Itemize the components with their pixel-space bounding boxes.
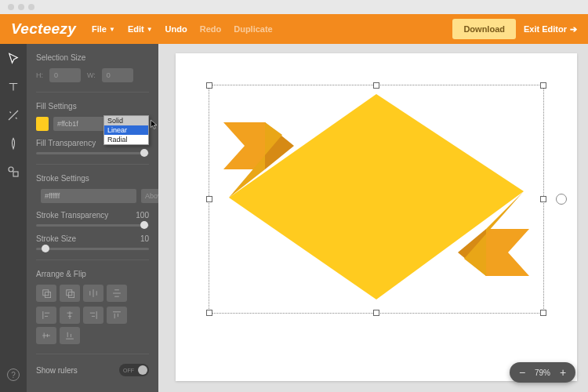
fill-transparency-label: Fill Transparency [36,139,96,147]
arrange-label: Arrange & Flip [36,270,149,278]
selection-size-label: Selection Size [36,53,149,62]
help-icon[interactable]: ? [7,368,20,381]
toggle-state: OFF [119,368,134,373]
sel-handle-tr[interactable] [540,82,546,89]
arrange-section: Arrange & Flip [36,270,149,354]
chrome-close[interactable] [8,4,14,10]
download-button[interactable]: Download [452,19,516,39]
menu-file-label: File [92,24,107,34]
w-label: W: [87,71,96,79]
chevron-down-icon: ▼ [147,26,153,33]
align-top-button[interactable] [107,307,127,324]
fill-type-dropdown[interactable]: Solid Linear Radial [103,115,149,145]
cursor-icon [149,119,158,130]
stroke-transparency-value: 100 [136,211,149,220]
stroke-size-label: Stroke Size [36,234,76,243]
stroke-hex-input[interactable] [41,189,136,203]
svg-rect-1 [13,172,18,176]
width-input[interactable] [102,68,133,82]
rotate-handle[interactable] [556,194,567,205]
sel-handle-mr[interactable] [540,196,546,202]
sel-handle-tl[interactable] [206,82,212,89]
stroke-transparency-slider[interactable] [36,224,149,227]
flip-vertical-button[interactable] [107,285,127,302]
align-right-button[interactable] [83,307,103,324]
chevron-down-icon: ▼ [109,26,115,33]
menu-duplicate[interactable]: Duplicate [234,24,273,34]
zoom-control: − 79% + [510,362,575,383]
zoom-in-button[interactable]: + [557,366,569,379]
stroke-size-slider[interactable] [36,248,149,250]
toggle-knob [138,365,147,375]
align-left-button[interactable] [36,307,56,324]
wand-tool-icon[interactable] [6,108,20,122]
selection-box[interactable] [209,85,544,314]
svg-rect-5 [67,290,72,296]
text-tool-icon[interactable] [6,80,20,94]
stroke-settings-label: Stroke Settings [36,174,149,183]
window-chrome [0,0,588,14]
svg-point-0 [9,167,13,172]
fill-type-solid[interactable]: Solid [104,116,148,125]
menu-edit-label: Edit [128,24,144,34]
fill-type-linear[interactable]: Linear [104,125,148,135]
send-back-button[interactable] [60,285,80,302]
svg-rect-2 [43,290,49,296]
show-rulers-label: Show rulers [36,366,78,375]
chrome-max[interactable] [28,4,34,10]
fill-transparency-slider[interactable] [36,152,149,154]
align-center-button[interactable] [60,307,80,324]
exit-editor-button[interactable]: Exit Editor➔ [524,24,577,34]
topbar: Vecteezy File▼ Edit▼ Undo Redo Duplicate… [0,14,588,44]
menu-undo[interactable]: Undo [165,24,187,34]
svg-rect-4 [69,292,74,298]
tool-rail: ? [0,44,27,392]
zoom-value: 79% [535,368,550,377]
fill-color-swatch[interactable] [36,117,49,131]
align-middle-button[interactable] [36,327,56,344]
rulers-row: Show rulers OFF [36,364,149,376]
fill-settings-section: Fill Settings Solid Linear Radial Fill T… [36,102,149,165]
sel-handle-br[interactable] [540,310,546,316]
pen-tool-icon[interactable] [6,136,20,151]
stroke-position-select[interactable]: Above▼ [141,189,158,203]
fill-type-radial[interactable]: Radial [104,135,148,144]
stroke-size-value: 10 [140,234,149,243]
sel-handle-tc[interactable] [373,82,379,89]
sel-handle-ml[interactable] [206,196,212,202]
sel-handle-bl[interactable] [206,310,212,316]
align-bottom-button[interactable] [60,327,80,344]
h-label: H: [36,71,43,79]
arrow-right-icon: ➔ [570,24,577,34]
svg-rect-3 [45,292,51,298]
properties-panel: Selection Size H: W: Fill Settings Solid… [27,44,158,392]
canvas-area[interactable]: − 79% + [158,44,588,392]
logo: Vecteezy [11,20,92,38]
menu-edit[interactable]: Edit▼ [128,24,153,34]
rulers-toggle[interactable]: OFF [119,364,149,376]
menu-redo[interactable]: Redo [200,24,222,34]
bring-front-button[interactable] [36,285,56,302]
cursor-tool-icon[interactable] [6,52,20,66]
chrome-min[interactable] [18,4,24,10]
stroke-transparency-label: Stroke Transparency [36,211,108,220]
shapes-tool-icon[interactable] [6,165,20,179]
stroke-settings-section: Stroke Settings Above▼ Stroke Transparen… [36,174,149,260]
sel-handle-bc[interactable] [373,310,379,316]
exit-label: Exit Editor [524,24,567,34]
menu-file[interactable]: File▼ [92,24,115,34]
flip-horizontal-button[interactable] [83,285,103,302]
canvas[interactable] [176,53,577,381]
fill-settings-label: Fill Settings [36,102,149,111]
menu-bar: File▼ Edit▼ Undo Redo Duplicate [92,24,273,34]
height-input[interactable] [49,68,81,82]
selection-size-section: Selection Size H: W: [36,53,149,93]
stroke-position-label: Above [145,192,158,200]
zoom-out-button[interactable]: − [516,366,528,379]
